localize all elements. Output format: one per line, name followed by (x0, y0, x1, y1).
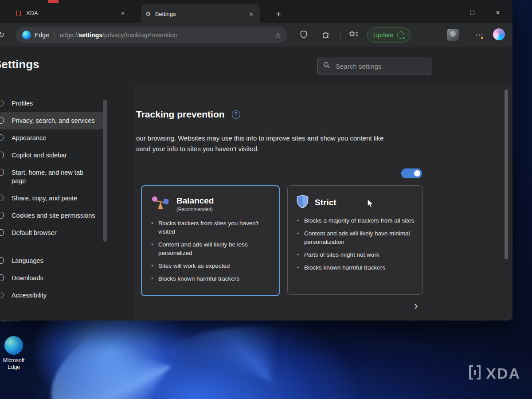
address-bar[interactable]: Edge edge://settings/privacy/trackingPre… (16, 27, 287, 43)
bullet-item: Content and ads will likely be less pers… (151, 240, 273, 257)
warning-badge (480, 36, 484, 40)
page-title: Tracking prevention (136, 109, 225, 120)
edge-logo-icon (4, 336, 23, 355)
favorites-icon[interactable] (348, 30, 358, 40)
bullet-item: Parts of sites might not work (297, 250, 416, 259)
copilot-icon[interactable] (493, 28, 505, 40)
tab-close-icon[interactable]: × (247, 10, 255, 18)
share-icon (0, 195, 4, 201)
sidebar-item-appearance[interactable]: Appearance (0, 129, 103, 147)
help-icon[interactable]: ? (232, 110, 240, 119)
sidebar-scrollbar[interactable] (103, 100, 107, 242)
balanced-bullets: Blocks trackers from sites you haven't v… (142, 219, 279, 283)
bullet-item: Blocks known harmful trackers (151, 274, 273, 283)
sidebar-item-downloads[interactable]: Downloads (0, 270, 103, 287)
address-separator (54, 31, 55, 39)
card-title: Strict (315, 198, 336, 207)
recording-indicator (48, 0, 59, 3)
toggle-knob (414, 170, 420, 176)
browser-icon (0, 229, 4, 236)
page-scrollbar[interactable] (505, 90, 508, 259)
appearance-icon (0, 134, 4, 141)
xda-logo-icon (468, 364, 481, 382)
update-label: Update (373, 31, 393, 39)
toolbar-separator (340, 30, 341, 40)
mouse-cursor (367, 199, 374, 211)
sidebar-item-languages[interactable]: Languages (0, 252, 103, 270)
security-shield-icon[interactable] (300, 30, 308, 40)
tab-close-icon[interactable]: × (119, 9, 127, 17)
edge-desktop-shortcut[interactable]: Microsoft Edge (1, 336, 27, 371)
tab-strip: XDA × ⚙ Settings × + × (0, 0, 512, 23)
sidebar-item-share-copy-paste[interactable]: Share, copy, and paste (0, 190, 103, 207)
expand-chevron-icon[interactable]: › (414, 300, 418, 311)
balance-scale-icon (151, 195, 170, 213)
url-text: edge://settings/privacy/trackingPreventi… (60, 31, 177, 39)
bullet-item: Blocks trackers from sites you haven't v… (151, 219, 273, 236)
minimize-icon (444, 13, 449, 13)
strict-bullets: Blocks a majority of trackers from all s… (288, 216, 422, 272)
card-subtitle: (Recommended) (176, 207, 214, 212)
edge-brand-icon (22, 31, 31, 39)
extensions-icon[interactable] (322, 30, 330, 40)
home-icon (0, 169, 4, 176)
sidebar-item-profiles[interactable]: Profiles (0, 95, 103, 112)
xda-watermark-text: XDA (486, 365, 520, 382)
search-icon (323, 62, 330, 70)
bullet-item: Blocks a majority of trackers from all s… (297, 216, 416, 225)
close-icon: × (496, 9, 500, 17)
favorite-star-icon[interactable]: ☆ (275, 31, 281, 39)
profiles-icon (0, 100, 4, 106)
sidebar-item-cookies-permissions[interactable]: Cookies and site permissions (0, 207, 103, 224)
bullet-item: Sites will work as expected (151, 262, 273, 270)
strict-card[interactable]: Strict Blocks a majority of trackers fro… (287, 185, 423, 295)
profile-avatar[interactable] (447, 29, 459, 41)
edge-shortcut-label: Microsoft Edge (1, 357, 27, 371)
refresh-icon[interactable]: ↻ (0, 29, 7, 40)
browser-toolbar: ↻ Edge edge://settings/privacy/trackingP… (0, 23, 512, 47)
search-input[interactable] (335, 62, 426, 70)
settings-page: Settings Profiles Privacy, search, and s… (0, 47, 512, 321)
tracking-description: our browsing. Websites may use this info… (136, 133, 383, 154)
settings-heading: Settings (0, 58, 39, 71)
close-window-button[interactable]: × (488, 6, 508, 20)
privacy-icon (0, 117, 4, 124)
shield-icon (297, 195, 309, 210)
sidebar-section-gap (0, 242, 109, 252)
copilot-sidebar-icon (0, 152, 4, 158)
new-tab-button[interactable]: + (272, 8, 285, 20)
sidebar-item-start-home-newtab[interactable]: Start, home, and new tab page (0, 164, 103, 190)
xda-favicon (15, 9, 22, 16)
address-brand-label: Edge (35, 31, 49, 39)
update-sync-icon (397, 31, 404, 39)
languages-icon (0, 257, 4, 264)
minimize-button[interactable] (436, 6, 457, 20)
update-button[interactable]: Update (367, 27, 411, 43)
tab-title: XDA (26, 10, 115, 16)
more-menu-button[interactable]: ⋯ (473, 28, 485, 41)
maximize-icon (470, 11, 474, 15)
update-status-dot (402, 36, 406, 40)
tab-xda[interactable]: XDA × (11, 5, 131, 20)
sidebar-item-copilot[interactable]: Copilot and sidebar (0, 147, 103, 164)
wallpaper-ribbon (138, 309, 430, 399)
sidebar-item-privacy[interactable]: Privacy, search, and services (0, 112, 103, 129)
sidebar-item-accessibility[interactable]: Accessibility (0, 287, 103, 304)
tab-settings[interactable]: ⚙ Settings × (141, 4, 260, 23)
cookies-icon (0, 212, 4, 219)
screen: Chrome Microsoft Edge XDA XDA × ⚙ Settin… (0, 0, 532, 399)
downloads-icon (0, 274, 4, 281)
settings-content-panel: Tracking prevention ? our browsing. Webs… (133, 84, 512, 321)
browser-window: XDA × ⚙ Settings × + × ↻ Edge edge://set… (0, 0, 512, 321)
settings-favicon: ⚙ (145, 10, 151, 17)
settings-search[interactable] (317, 58, 431, 74)
bullet-item: Blocks known harmful trackers (297, 263, 416, 272)
tab-title: Settings (155, 11, 243, 17)
bullet-item: Content and ads will likely have minimal… (297, 229, 416, 246)
xda-watermark: XDA (468, 364, 520, 382)
maximize-button[interactable] (462, 6, 482, 20)
balanced-card[interactable]: Balanced (Recommended) Blocks trackers f… (141, 185, 280, 296)
sidebar-item-default-browser[interactable]: Default browser (0, 224, 103, 242)
card-title: Balanced (176, 196, 214, 206)
tracking-prevention-toggle[interactable] (401, 168, 422, 178)
